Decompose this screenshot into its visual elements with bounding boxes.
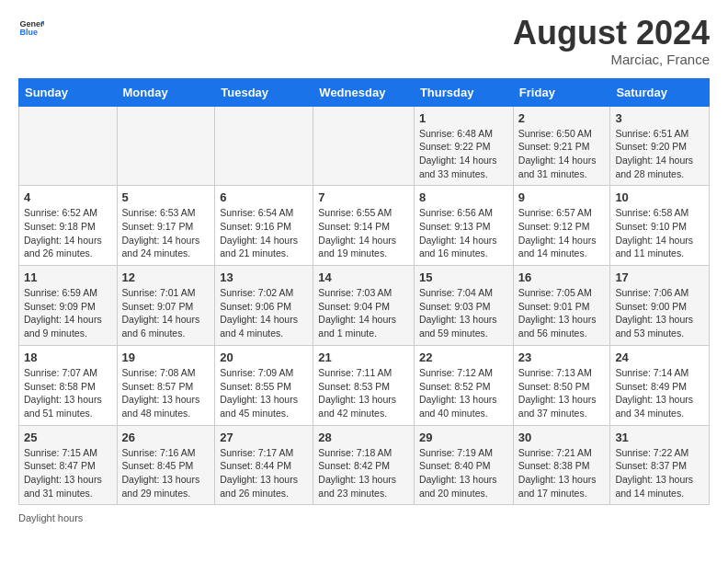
day-number: 29 bbox=[419, 431, 508, 444]
calendar-day-cell: 19Sunrise: 7:08 AM Sunset: 8:57 PM Dayli… bbox=[117, 345, 215, 425]
calendar-day-cell: 9Sunrise: 6:57 AM Sunset: 9:12 PM Daylig… bbox=[513, 186, 610, 266]
calendar-day-cell: 30Sunrise: 7:21 AM Sunset: 8:38 PM Dayli… bbox=[513, 425, 610, 505]
day-info: Sunrise: 7:11 AM Sunset: 8:53 PM Dayligh… bbox=[318, 366, 409, 420]
calendar-day-cell: 17Sunrise: 7:06 AM Sunset: 9:00 PM Dayli… bbox=[610, 266, 710, 346]
calendar-day-cell: 22Sunrise: 7:12 AM Sunset: 8:52 PM Dayli… bbox=[414, 345, 513, 425]
calendar-day-header: Friday bbox=[513, 78, 610, 106]
day-number: 24 bbox=[615, 350, 704, 364]
calendar-day-header: Saturday bbox=[610, 78, 710, 106]
day-number: 30 bbox=[518, 431, 606, 444]
calendar-day-cell: 10Sunrise: 6:58 AM Sunset: 9:10 PM Dayli… bbox=[610, 186, 710, 266]
calendar-day-cell: 26Sunrise: 7:16 AM Sunset: 8:45 PM Dayli… bbox=[117, 425, 215, 505]
calendar-day-cell bbox=[215, 106, 313, 186]
day-number: 9 bbox=[518, 190, 606, 204]
day-info: Sunrise: 6:48 AM Sunset: 9:22 PM Dayligh… bbox=[419, 127, 508, 181]
day-number: 19 bbox=[122, 350, 210, 364]
day-info: Sunrise: 7:17 AM Sunset: 8:44 PM Dayligh… bbox=[220, 446, 308, 500]
day-number: 5 bbox=[122, 190, 210, 204]
day-info: Sunrise: 7:05 AM Sunset: 9:01 PM Dayligh… bbox=[518, 286, 606, 340]
day-number: 14 bbox=[318, 270, 409, 284]
day-info: Sunrise: 6:50 AM Sunset: 9:21 PM Dayligh… bbox=[518, 127, 606, 181]
day-info: Sunrise: 7:02 AM Sunset: 9:06 PM Dayligh… bbox=[220, 286, 308, 340]
logo-icon: General Blue bbox=[18, 15, 44, 40]
day-info: Sunrise: 7:12 AM Sunset: 8:52 PM Dayligh… bbox=[419, 366, 508, 420]
day-info: Sunrise: 7:01 AM Sunset: 9:07 PM Dayligh… bbox=[122, 286, 210, 340]
calendar-day-cell: 25Sunrise: 7:15 AM Sunset: 8:47 PM Dayli… bbox=[19, 425, 118, 505]
calendar-week-row: 18Sunrise: 7:07 AM Sunset: 8:58 PM Dayli… bbox=[19, 345, 710, 425]
calendar-day-header: Monday bbox=[117, 78, 215, 106]
calendar-day-cell: 12Sunrise: 7:01 AM Sunset: 9:07 PM Dayli… bbox=[117, 266, 215, 346]
calendar-day-cell: 16Sunrise: 7:05 AM Sunset: 9:01 PM Dayli… bbox=[513, 266, 610, 346]
calendar-day-cell: 13Sunrise: 7:02 AM Sunset: 9:06 PM Dayli… bbox=[215, 266, 313, 346]
logo: General Blue bbox=[18, 15, 44, 40]
day-info: Sunrise: 7:06 AM Sunset: 9:00 PM Dayligh… bbox=[615, 286, 704, 340]
footer-note: Daylight hours bbox=[18, 512, 710, 523]
day-number: 31 bbox=[615, 431, 704, 444]
calendar-day-cell: 28Sunrise: 7:18 AM Sunset: 8:42 PM Dayli… bbox=[313, 425, 415, 505]
page-header: General Blue August 2024 Marciac, France bbox=[18, 15, 710, 67]
day-number: 16 bbox=[518, 270, 606, 284]
day-info: Sunrise: 7:15 AM Sunset: 8:47 PM Dayligh… bbox=[24, 446, 112, 500]
calendar-day-header: Thursday bbox=[414, 78, 513, 106]
day-info: Sunrise: 6:53 AM Sunset: 9:17 PM Dayligh… bbox=[122, 206, 210, 260]
day-number: 18 bbox=[24, 350, 112, 364]
day-info: Sunrise: 6:51 AM Sunset: 9:20 PM Dayligh… bbox=[615, 127, 704, 181]
day-number: 10 bbox=[615, 190, 704, 204]
calendar-day-cell: 1Sunrise: 6:48 AM Sunset: 9:22 PM Daylig… bbox=[414, 106, 513, 186]
calendar-table: SundayMondayTuesdayWednesdayThursdayFrid… bbox=[18, 78, 710, 506]
day-number: 28 bbox=[318, 431, 409, 444]
calendar-day-cell: 21Sunrise: 7:11 AM Sunset: 8:53 PM Dayli… bbox=[313, 345, 415, 425]
calendar-day-cell bbox=[313, 106, 415, 186]
calendar-day-cell: 2Sunrise: 6:50 AM Sunset: 9:21 PM Daylig… bbox=[513, 106, 610, 186]
svg-text:Blue: Blue bbox=[19, 28, 38, 37]
calendar-day-header: Sunday bbox=[19, 78, 118, 106]
day-info: Sunrise: 6:54 AM Sunset: 9:16 PM Dayligh… bbox=[220, 206, 308, 260]
day-info: Sunrise: 7:14 AM Sunset: 8:49 PM Dayligh… bbox=[615, 366, 704, 420]
svg-text:General: General bbox=[19, 19, 44, 29]
calendar-week-row: 25Sunrise: 7:15 AM Sunset: 8:47 PM Dayli… bbox=[19, 425, 710, 505]
day-info: Sunrise: 6:56 AM Sunset: 9:13 PM Dayligh… bbox=[419, 206, 508, 260]
calendar-day-cell: 6Sunrise: 6:54 AM Sunset: 9:16 PM Daylig… bbox=[215, 186, 313, 266]
day-info: Sunrise: 7:03 AM Sunset: 9:04 PM Dayligh… bbox=[318, 286, 409, 340]
calendar-day-header: Tuesday bbox=[215, 78, 313, 106]
calendar-day-cell: 29Sunrise: 7:19 AM Sunset: 8:40 PM Dayli… bbox=[414, 425, 513, 505]
day-info: Sunrise: 7:13 AM Sunset: 8:50 PM Dayligh… bbox=[518, 366, 606, 420]
calendar-day-cell: 31Sunrise: 7:22 AM Sunset: 8:37 PM Dayli… bbox=[610, 425, 710, 505]
day-number: 12 bbox=[122, 270, 210, 284]
day-number: 11 bbox=[24, 270, 112, 284]
calendar-day-cell: 18Sunrise: 7:07 AM Sunset: 8:58 PM Dayli… bbox=[19, 345, 118, 425]
day-number: 25 bbox=[24, 431, 112, 444]
calendar-day-cell: 8Sunrise: 6:56 AM Sunset: 9:13 PM Daylig… bbox=[414, 186, 513, 266]
day-info: Sunrise: 6:52 AM Sunset: 9:18 PM Dayligh… bbox=[24, 206, 112, 260]
day-info: Sunrise: 7:07 AM Sunset: 8:58 PM Dayligh… bbox=[24, 366, 112, 420]
calendar-week-row: 11Sunrise: 6:59 AM Sunset: 9:09 PM Dayli… bbox=[19, 266, 710, 346]
day-info: Sunrise: 7:22 AM Sunset: 8:37 PM Dayligh… bbox=[615, 446, 704, 500]
calendar-day-cell bbox=[117, 106, 215, 186]
calendar-day-cell: 5Sunrise: 6:53 AM Sunset: 9:17 PM Daylig… bbox=[117, 186, 215, 266]
day-info: Sunrise: 7:19 AM Sunset: 8:40 PM Dayligh… bbox=[419, 446, 508, 500]
day-info: Sunrise: 7:09 AM Sunset: 8:55 PM Dayligh… bbox=[220, 366, 308, 420]
day-number: 21 bbox=[318, 350, 409, 364]
day-info: Sunrise: 7:18 AM Sunset: 8:42 PM Dayligh… bbox=[318, 446, 409, 500]
day-number: 2 bbox=[518, 111, 606, 125]
day-number: 6 bbox=[220, 190, 308, 204]
day-number: 13 bbox=[220, 270, 308, 284]
day-info: Sunrise: 7:08 AM Sunset: 8:57 PM Dayligh… bbox=[122, 366, 210, 420]
day-number: 7 bbox=[318, 190, 409, 204]
calendar-day-header: Wednesday bbox=[313, 78, 415, 106]
day-number: 1 bbox=[419, 111, 508, 125]
calendar-header-row: SundayMondayTuesdayWednesdayThursdayFrid… bbox=[19, 78, 710, 106]
day-number: 23 bbox=[518, 350, 606, 364]
calendar-week-row: 1Sunrise: 6:48 AM Sunset: 9:22 PM Daylig… bbox=[19, 106, 710, 186]
day-number: 8 bbox=[419, 190, 508, 204]
calendar-day-cell: 20Sunrise: 7:09 AM Sunset: 8:55 PM Dayli… bbox=[215, 345, 313, 425]
day-number: 17 bbox=[615, 270, 704, 284]
day-info: Sunrise: 6:57 AM Sunset: 9:12 PM Dayligh… bbox=[518, 206, 606, 260]
day-number: 22 bbox=[419, 350, 508, 364]
day-info: Sunrise: 7:16 AM Sunset: 8:45 PM Dayligh… bbox=[122, 446, 210, 500]
day-number: 26 bbox=[122, 431, 210, 444]
calendar-day-cell: 4Sunrise: 6:52 AM Sunset: 9:18 PM Daylig… bbox=[19, 186, 118, 266]
calendar-day-cell: 11Sunrise: 6:59 AM Sunset: 9:09 PM Dayli… bbox=[19, 266, 118, 346]
day-number: 3 bbox=[615, 111, 704, 125]
day-info: Sunrise: 6:55 AM Sunset: 9:14 PM Dayligh… bbox=[318, 206, 409, 260]
